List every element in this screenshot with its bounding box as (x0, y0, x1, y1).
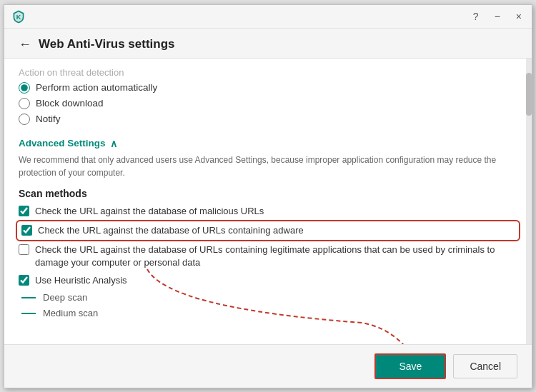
checkbox-adware-input[interactable] (21, 225, 32, 236)
checkbox-malicious[interactable]: Check the URL against the database of ma… (19, 205, 517, 218)
medium-scan-line (21, 313, 36, 314)
scan-methods-section: Scan methods Check the URL against the d… (19, 188, 517, 319)
radio-auto-label: Perform action automatically (36, 82, 157, 93)
medium-scan-row: Medium scan (19, 308, 517, 318)
checkbox-adware[interactable]: Check the URL against the database of UR… (19, 223, 517, 238)
radio-auto[interactable]: Perform action automatically (19, 82, 517, 94)
advanced-description: We recommend that only advanced users us… (19, 154, 517, 188)
advanced-settings-section: Advanced Settings ∧ We recommend that on… (19, 132, 517, 188)
help-button[interactable]: ? (470, 9, 482, 24)
window-title: Web Anti-Virus settings (39, 37, 175, 51)
checkbox-legitimate-input[interactable] (19, 244, 29, 255)
checkbox-heuristic-label: Use Heuristic Analysis (35, 274, 127, 287)
advanced-settings-label: Advanced Settings (19, 138, 106, 149)
radio-block-input[interactable] (19, 98, 30, 109)
checkbox-group: Check the URL against the database of ma… (19, 205, 517, 319)
checkbox-adware-label: Check the URL against the database of UR… (38, 224, 304, 237)
deep-scan-row: Deep scan (19, 292, 517, 303)
checkbox-legitimate-label: Check the URL against the database of UR… (35, 243, 517, 269)
scan-methods-title: Scan methods (19, 188, 517, 205)
checkbox-malicious-input[interactable] (19, 206, 29, 216)
radio-auto-input[interactable] (19, 82, 30, 94)
title-bar-controls: ? − × (470, 9, 525, 24)
minimize-button[interactable]: − (492, 9, 503, 24)
radio-notify-input[interactable] (19, 114, 30, 125)
close-button[interactable]: × (513, 9, 525, 24)
radio-notify[interactable]: Notify (19, 114, 517, 125)
scrollbar-track[interactable] (526, 59, 532, 344)
deep-scan-label: Deep scan (43, 292, 87, 303)
checkbox-malicious-label: Check the URL against the database of ma… (35, 205, 264, 218)
deep-scan-line (21, 297, 36, 298)
save-button[interactable]: Save (374, 353, 446, 379)
svg-text:K: K (16, 14, 21, 21)
advanced-caret-icon: ∧ (110, 138, 117, 149)
checkbox-heuristic-input[interactable] (19, 275, 29, 286)
radio-group: Perform action automatically Block downl… (19, 82, 517, 132)
action-section: Action on threat detection Perform actio… (19, 59, 517, 132)
checkbox-legitimate[interactable]: Check the URL against the database of UR… (19, 243, 517, 269)
title-bar-left: K (11, 9, 26, 24)
back-button[interactable]: ← (19, 37, 31, 52)
content-wrapper: Action on threat detection Perform actio… (4, 59, 532, 344)
main-window: K ? − × ← Web Anti-Virus settings Action… (4, 4, 532, 388)
radio-notify-label: Notify (36, 114, 61, 124)
footer: Save Cancel (4, 344, 532, 388)
window-header: ← Web Anti-Virus settings (4, 29, 532, 59)
advanced-settings-toggle[interactable]: Advanced Settings ∧ (19, 132, 517, 154)
action-heading: Action on threat detection (19, 59, 517, 82)
main-content: Action on threat detection Perform actio… (4, 59, 532, 344)
kaspersky-icon: K (11, 9, 26, 24)
radio-block[interactable]: Block download (19, 98, 517, 109)
cancel-button[interactable]: Cancel (453, 354, 517, 378)
checkbox-heuristic[interactable]: Use Heuristic Analysis (19, 274, 517, 287)
radio-block-label: Block download (36, 98, 104, 109)
title-bar: K ? − × (4, 5, 532, 29)
medium-scan-label: Medium scan (43, 308, 98, 318)
scrollbar-thumb[interactable] (526, 73, 532, 116)
